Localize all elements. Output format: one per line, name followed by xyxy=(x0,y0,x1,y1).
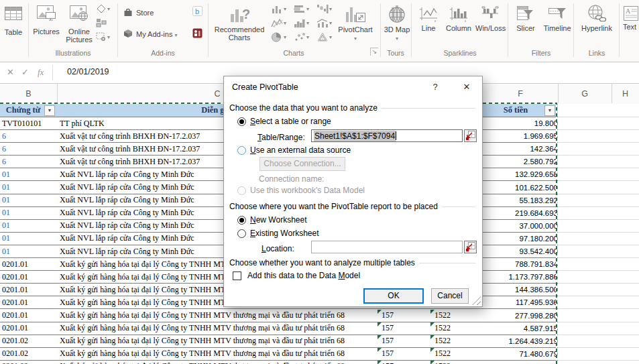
cancel-button[interactable]: Cancel xyxy=(431,288,469,304)
cell-g[interactable] xyxy=(558,258,612,271)
cell-d[interactable]: 157 xyxy=(377,310,435,322)
radio-external-source-label[interactable]: Use an external data source xyxy=(250,145,351,155)
cell-g[interactable] xyxy=(558,143,612,156)
cell-h[interactable] xyxy=(612,322,639,335)
cell-b[interactable]: 0201.02 xyxy=(0,348,60,361)
location-range-select-button[interactable] xyxy=(464,241,477,253)
header-cell-sotien[interactable]: Số tiền ▼ xyxy=(483,104,559,117)
cell-g[interactable] xyxy=(558,245,612,258)
cell-f[interactable]: 1.969.695 xyxy=(483,130,564,143)
cell-c[interactable]: Xuất ký gửi hàng hóa tại đại lý Công ty … xyxy=(57,335,381,348)
header-cell-chungtu[interactable]: Chứng từ ▼ xyxy=(0,104,58,117)
cell-e[interactable]: 1522 xyxy=(430,310,487,322)
cell-h[interactable] xyxy=(612,130,639,143)
cell-e[interactable]: 1522 xyxy=(430,335,487,348)
cell-f[interactable]: 117.495.936 xyxy=(483,296,564,309)
cell-e[interactable]: 1522 xyxy=(430,322,487,335)
checkbox-add-data-model-label[interactable]: Add this data to the Data Model xyxy=(247,271,360,280)
cell-g[interactable] xyxy=(558,130,612,143)
cell-g1[interactable] xyxy=(558,104,612,117)
cell-g[interactable] xyxy=(558,335,612,348)
cell-f[interactable]: 219.684.693 xyxy=(483,207,564,220)
cell-e[interactable]: 1522 xyxy=(430,361,487,364)
cell-c[interactable]: Xuất ký gửi hàng hóa tại đại lý Công ty … xyxy=(57,361,381,364)
cell-b[interactable]: 0201.01 xyxy=(0,271,60,284)
cell-g[interactable] xyxy=(558,348,612,361)
cell-h[interactable] xyxy=(612,168,639,181)
cell-f[interactable]: 1.173.797.886 xyxy=(483,271,564,284)
cell-f[interactable]: 55.183.292 xyxy=(483,194,564,207)
cell-h[interactable] xyxy=(612,361,639,364)
cell-f[interactable]: 1.264.439.219 xyxy=(483,335,564,348)
cell-b[interactable]: 01 xyxy=(0,182,60,194)
cell-h[interactable] xyxy=(612,348,639,361)
resize-grip[interactable] xyxy=(472,296,481,305)
cell-f[interactable]: 93.542.400 xyxy=(483,245,564,258)
cell-b[interactable]: 0201.02 xyxy=(0,361,60,364)
cell-g[interactable] xyxy=(558,156,612,168)
cell-b[interactable]: 01 xyxy=(0,220,60,233)
radio-select-table-range[interactable] xyxy=(237,117,246,126)
choose-connection-button[interactable]: Choose Connection... xyxy=(259,157,345,171)
radio-new-worksheet-label[interactable]: New Worksheet xyxy=(250,215,306,225)
cell-b[interactable]: 01 xyxy=(0,168,60,181)
cell-f[interactable]: 71.480.679 xyxy=(483,348,564,361)
cell-f[interactable]: 142.364 xyxy=(483,143,564,156)
cell-f[interactable]: 144.386.500 xyxy=(483,284,564,296)
filter-button-sotien[interactable]: ▼ xyxy=(544,105,555,116)
cell-f[interactable]: 2.580.792 xyxy=(483,156,564,168)
cell-h[interactable] xyxy=(612,143,639,156)
cell-g[interactable] xyxy=(558,233,612,245)
cell-b[interactable]: 0201.01 xyxy=(0,310,60,322)
cell-h[interactable] xyxy=(612,271,639,284)
cell-f[interactable]: 4.587.915 xyxy=(483,322,564,335)
cell-h[interactable] xyxy=(612,245,639,258)
cell-h[interactable] xyxy=(612,296,639,309)
radio-new-worksheet[interactable] xyxy=(237,216,246,225)
cell-f[interactable]: 277.998.280 xyxy=(483,310,564,322)
cell-c[interactable]: Xuất ký gửi hàng hóa tại đại lý Công ty … xyxy=(57,310,381,322)
cell-h[interactable] xyxy=(612,335,639,348)
cell-h[interactable] xyxy=(612,233,639,245)
cell-b[interactable]: 6 xyxy=(0,143,60,156)
table-range-input[interactable]: Sheet1!$A$1:$F$7094 xyxy=(311,129,463,142)
cell-b[interactable]: 0201.01 xyxy=(0,284,60,296)
cell-f[interactable]: 84.679.366 xyxy=(483,361,564,364)
cell-g[interactable] xyxy=(558,168,612,181)
cell-b[interactable]: 01 xyxy=(0,207,60,220)
cell-g[interactable] xyxy=(558,194,612,207)
cell-b[interactable]: 01 xyxy=(0,245,60,258)
radio-existing-worksheet-label[interactable]: Existing Worksheet xyxy=(250,229,319,238)
cell-b[interactable]: 6 xyxy=(0,156,60,168)
cell-g[interactable] xyxy=(558,296,612,309)
cell-d[interactable]: 157 xyxy=(377,335,435,348)
cell-f[interactable]: 97.180.200 xyxy=(483,233,564,245)
cell-g[interactable] xyxy=(558,207,612,220)
range-select-button[interactable] xyxy=(464,129,477,142)
radio-data-model[interactable] xyxy=(237,186,246,195)
cell-b[interactable]: 0201.01 xyxy=(0,322,60,335)
cell-d[interactable]: 157 xyxy=(377,361,435,364)
cell-b[interactable]: 01 xyxy=(0,233,60,245)
cell-b[interactable]: 6 xyxy=(0,130,60,143)
radio-existing-worksheet[interactable] xyxy=(237,229,246,238)
cell-b[interactable]: 0201.01 xyxy=(0,296,60,309)
checkbox-add-data-model[interactable] xyxy=(233,271,241,280)
cell-g[interactable] xyxy=(558,310,612,322)
cell-g[interactable] xyxy=(558,284,612,296)
cell-h[interactable] xyxy=(612,207,639,220)
cell-h[interactable] xyxy=(612,156,639,168)
cell-b[interactable]: 01 xyxy=(0,194,60,207)
cell-g[interactable] xyxy=(558,322,612,335)
cell-e[interactable]: 1522 xyxy=(430,348,487,361)
cell-d[interactable]: 157 xyxy=(377,322,435,335)
cell-b[interactable]: TVT010101 xyxy=(0,117,60,130)
cell-g[interactable] xyxy=(558,117,612,130)
cell-h[interactable] xyxy=(612,220,639,233)
cell-b[interactable]: 0201.01 xyxy=(0,258,60,271)
cell-c[interactable]: Xuất ký gửi hàng hóa tại đại lý Công ty … xyxy=(57,348,381,361)
ok-button[interactable]: OK xyxy=(363,288,424,304)
cell-d[interactable]: 157 xyxy=(377,348,435,361)
radio-select-table-range-label[interactable]: Select a table or range xyxy=(250,117,331,126)
cell-f[interactable]: 132.929.658 xyxy=(483,168,564,181)
